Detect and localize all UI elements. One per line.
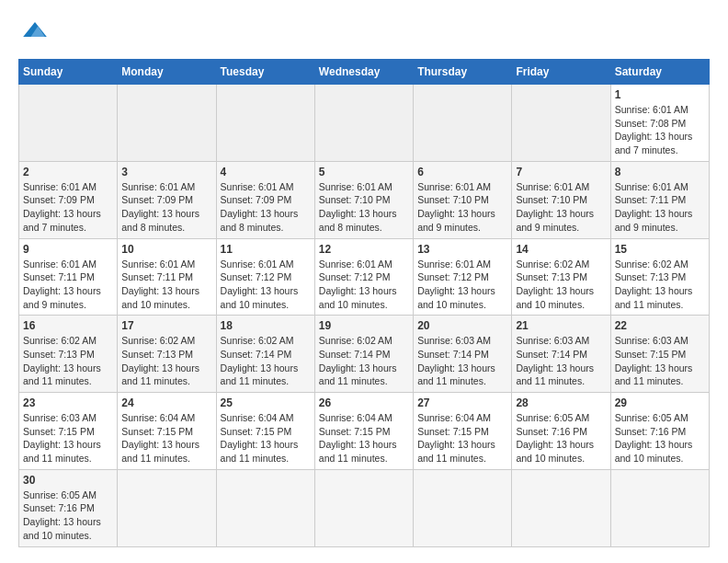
- calendar-cell: 27Sunrise: 6:04 AMSunset: 7:15 PMDayligh…: [414, 393, 512, 470]
- calendar-cell: 26Sunrise: 6:04 AMSunset: 7:15 PMDayligh…: [314, 393, 413, 470]
- weekday-header-wednesday: Wednesday: [314, 60, 413, 85]
- calendar-row-5: 30Sunrise: 6:05 AMSunset: 7:16 PMDayligh…: [19, 469, 710, 546]
- day-number: 26: [319, 396, 409, 409]
- calendar-cell: 12Sunrise: 6:01 AMSunset: 7:12 PMDayligh…: [314, 238, 413, 316]
- calendar-cell: 21Sunrise: 6:03 AMSunset: 7:14 PMDayligh…: [512, 316, 610, 393]
- day-number: 15: [615, 243, 705, 256]
- day-info: Sunrise: 6:01 AMSunset: 7:09 PMDaylight:…: [221, 180, 311, 235]
- day-number: 25: [221, 396, 311, 409]
- calendar-cell: 11Sunrise: 6:01 AMSunset: 7:12 PMDayligh…: [216, 238, 314, 316]
- weekday-header-monday: Monday: [118, 60, 216, 85]
- calendar-cell: [216, 469, 314, 546]
- calendar-row-4: 23Sunrise: 6:03 AMSunset: 7:15 PMDayligh…: [19, 393, 710, 470]
- day-info: Sunrise: 6:02 AMSunset: 7:13 PMDaylight:…: [516, 258, 606, 312]
- calendar-cell: 7Sunrise: 6:01 AMSunset: 7:10 PMDaylight…: [512, 161, 610, 238]
- calendar-cell: [512, 85, 610, 162]
- calendar-cell: 1Sunrise: 6:01 AMSunset: 7:08 PMDaylight…: [610, 85, 709, 162]
- day-info: Sunrise: 6:01 AMSunset: 7:12 PMDaylight:…: [417, 258, 507, 312]
- calendar-cell: [314, 85, 413, 162]
- day-number: 16: [23, 319, 113, 332]
- day-number: 28: [516, 396, 606, 409]
- day-number: 9: [23, 243, 113, 256]
- calendar-cell: 2Sunrise: 6:01 AMSunset: 7:09 PMDaylight…: [19, 161, 118, 238]
- logo: [18, 18, 50, 44]
- day-number: 10: [121, 243, 211, 256]
- calendar-cell: 8Sunrise: 6:01 AMSunset: 7:11 PMDaylight…: [610, 161, 709, 238]
- day-number: 19: [319, 319, 409, 332]
- calendar-cell: 28Sunrise: 6:05 AMSunset: 7:16 PMDayligh…: [512, 393, 610, 470]
- day-number: 21: [516, 319, 606, 332]
- calendar-cell: 14Sunrise: 6:02 AMSunset: 7:13 PMDayligh…: [512, 238, 610, 316]
- calendar-cell: [118, 469, 216, 546]
- calendar-cell: [414, 469, 512, 546]
- day-info: Sunrise: 6:05 AMSunset: 7:16 PMDaylight:…: [23, 488, 113, 543]
- day-info: Sunrise: 6:02 AMSunset: 7:14 PMDaylight:…: [319, 334, 409, 388]
- day-info: Sunrise: 6:05 AMSunset: 7:16 PMDaylight:…: [615, 411, 705, 465]
- day-number: 5: [319, 166, 409, 178]
- day-info: Sunrise: 6:04 AMSunset: 7:15 PMDaylight:…: [121, 411, 211, 465]
- day-number: 20: [417, 319, 507, 332]
- day-info: Sunrise: 6:03 AMSunset: 7:15 PMDaylight:…: [615, 334, 705, 388]
- page-header: [18, 18, 710, 44]
- calendar-cell: 30Sunrise: 6:05 AMSunset: 7:16 PMDayligh…: [19, 469, 118, 546]
- day-info: Sunrise: 6:03 AMSunset: 7:15 PMDaylight:…: [23, 411, 113, 465]
- calendar-row-2: 9Sunrise: 6:01 AMSunset: 7:11 PMDaylight…: [19, 238, 710, 316]
- day-number: 11: [221, 243, 311, 256]
- calendar-cell: [314, 469, 413, 546]
- day-number: 6: [417, 166, 507, 178]
- calendar-cell: [118, 85, 216, 162]
- day-number: 23: [23, 396, 113, 409]
- weekday-header-tuesday: Tuesday: [216, 60, 314, 85]
- calendar-row-0: 1Sunrise: 6:01 AMSunset: 7:08 PMDaylight…: [19, 85, 710, 162]
- logo-icon: [20, 18, 50, 40]
- calendar-cell: 16Sunrise: 6:02 AMSunset: 7:13 PMDayligh…: [19, 316, 118, 393]
- day-number: 27: [417, 396, 507, 409]
- day-number: 24: [121, 396, 211, 409]
- day-info: Sunrise: 6:02 AMSunset: 7:14 PMDaylight:…: [221, 334, 311, 388]
- calendar-cell: 5Sunrise: 6:01 AMSunset: 7:10 PMDaylight…: [314, 161, 413, 238]
- day-info: Sunrise: 6:04 AMSunset: 7:15 PMDaylight:…: [221, 411, 311, 465]
- day-info: Sunrise: 6:01 AMSunset: 7:10 PMDaylight:…: [417, 180, 507, 235]
- day-info: Sunrise: 6:04 AMSunset: 7:15 PMDaylight:…: [319, 411, 409, 465]
- calendar-row-1: 2Sunrise: 6:01 AMSunset: 7:09 PMDaylight…: [19, 161, 710, 238]
- calendar-cell: 10Sunrise: 6:01 AMSunset: 7:11 PMDayligh…: [118, 238, 216, 316]
- weekday-header-sunday: Sunday: [19, 60, 118, 85]
- day-info: Sunrise: 6:01 AMSunset: 7:10 PMDaylight:…: [516, 180, 606, 235]
- weekday-header-friday: Friday: [512, 60, 610, 85]
- calendar-cell: [512, 469, 610, 546]
- day-number: 12: [319, 243, 409, 256]
- calendar-cell: [610, 469, 709, 546]
- calendar-row-3: 16Sunrise: 6:02 AMSunset: 7:13 PMDayligh…: [19, 316, 710, 393]
- calendar-cell: 17Sunrise: 6:02 AMSunset: 7:13 PMDayligh…: [118, 316, 216, 393]
- day-info: Sunrise: 6:01 AMSunset: 7:12 PMDaylight:…: [319, 258, 409, 312]
- day-info: Sunrise: 6:01 AMSunset: 7:11 PMDaylight:…: [121, 258, 211, 312]
- day-number: 18: [221, 319, 311, 332]
- weekday-header-thursday: Thursday: [414, 60, 512, 85]
- day-info: Sunrise: 6:02 AMSunset: 7:13 PMDaylight:…: [121, 334, 211, 388]
- calendar-cell: [216, 85, 314, 162]
- day-info: Sunrise: 6:01 AMSunset: 7:11 PMDaylight:…: [615, 180, 705, 235]
- day-info: Sunrise: 6:03 AMSunset: 7:14 PMDaylight:…: [516, 334, 606, 388]
- calendar-cell: 3Sunrise: 6:01 AMSunset: 7:09 PMDaylight…: [118, 161, 216, 238]
- calendar-cell: 18Sunrise: 6:02 AMSunset: 7:14 PMDayligh…: [216, 316, 314, 393]
- day-number: 1: [615, 88, 705, 101]
- weekday-header-row: SundayMondayTuesdayWednesdayThursdayFrid…: [19, 60, 710, 85]
- day-info: Sunrise: 6:02 AMSunset: 7:13 PMDaylight:…: [615, 258, 705, 312]
- calendar-cell: 13Sunrise: 6:01 AMSunset: 7:12 PMDayligh…: [414, 238, 512, 316]
- calendar-cell: [19, 85, 118, 162]
- day-number: 13: [417, 243, 507, 256]
- day-info: Sunrise: 6:01 AMSunset: 7:09 PMDaylight:…: [121, 180, 211, 235]
- day-info: Sunrise: 6:02 AMSunset: 7:13 PMDaylight:…: [23, 334, 113, 388]
- day-info: Sunrise: 6:01 AMSunset: 7:09 PMDaylight:…: [23, 180, 113, 235]
- day-info: Sunrise: 6:01 AMSunset: 7:11 PMDaylight:…: [23, 258, 113, 312]
- calendar-cell: 24Sunrise: 6:04 AMSunset: 7:15 PMDayligh…: [118, 393, 216, 470]
- calendar-cell: 15Sunrise: 6:02 AMSunset: 7:13 PMDayligh…: [610, 238, 709, 316]
- calendar-cell: 25Sunrise: 6:04 AMSunset: 7:15 PMDayligh…: [216, 393, 314, 470]
- day-info: Sunrise: 6:03 AMSunset: 7:14 PMDaylight:…: [417, 334, 507, 388]
- calendar-cell: [414, 85, 512, 162]
- day-number: 29: [615, 396, 705, 409]
- calendar-cell: 23Sunrise: 6:03 AMSunset: 7:15 PMDayligh…: [19, 393, 118, 470]
- day-number: 2: [23, 166, 113, 178]
- calendar-cell: 19Sunrise: 6:02 AMSunset: 7:14 PMDayligh…: [314, 316, 413, 393]
- day-number: 7: [516, 166, 606, 178]
